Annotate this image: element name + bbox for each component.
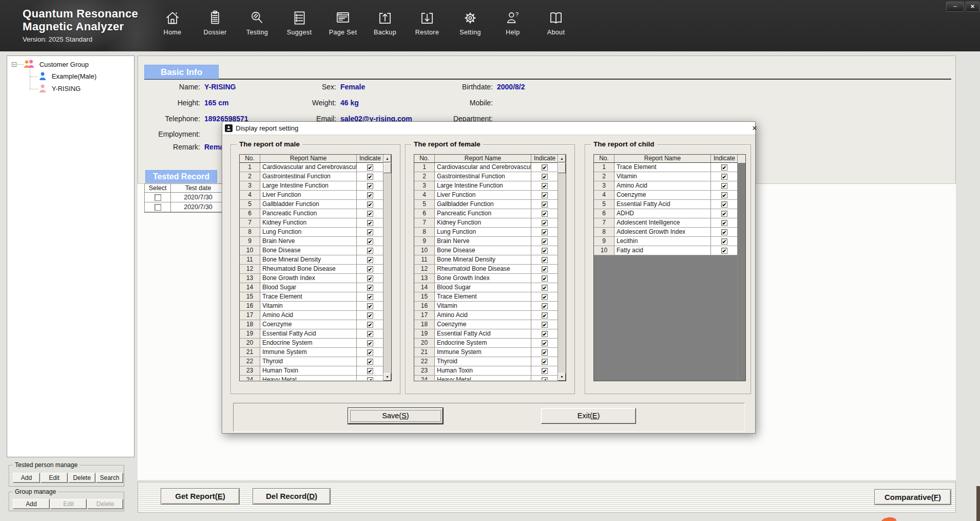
indicate-checkbox[interactable]: ✔ bbox=[542, 257, 548, 263]
indicate-checkbox[interactable]: ✔ bbox=[721, 220, 727, 226]
report-row[interactable]: 15 Trace Element ✔ bbox=[414, 292, 558, 302]
indicate-checkbox[interactable]: ✔ bbox=[367, 275, 373, 282]
indicate-checkbox[interactable]: ✔ bbox=[542, 248, 548, 254]
indicate-checkbox[interactable]: ✔ bbox=[367, 201, 373, 208]
indicate-checkbox[interactable]: ✔ bbox=[367, 377, 373, 381]
report-row[interactable]: 11 Bone Mineral Density ✔ bbox=[414, 255, 558, 265]
indicate-checkbox[interactable]: ✔ bbox=[542, 377, 548, 381]
report-row[interactable]: 23 Human Toxin ✔ bbox=[414, 366, 558, 376]
vertical-scrollbar[interactable]: ▲ ▼ bbox=[558, 155, 566, 381]
indicate-checkbox[interactable]: ✔ bbox=[367, 312, 373, 319]
report-row[interactable]: 6 Pancreatic Function ✔ bbox=[240, 209, 383, 218]
indicate-checkbox[interactable]: ✔ bbox=[542, 238, 548, 245]
indicate-checkbox[interactable]: ✔ bbox=[721, 238, 727, 245]
report-row[interactable]: 18 Coenzyme ✔ bbox=[240, 320, 383, 329]
indicate-checkbox[interactable]: ✔ bbox=[367, 303, 373, 309]
person-add-button[interactable]: Add bbox=[13, 473, 40, 483]
minimize-button[interactable]: ─ bbox=[946, 2, 964, 12]
select-checkbox[interactable] bbox=[155, 204, 161, 211]
toolbar-item-dossier[interactable]: Dossier bbox=[194, 9, 236, 47]
indicate-checkbox[interactable]: ✔ bbox=[721, 211, 727, 217]
report-row[interactable]: 3 Large Intestine Function ✔ bbox=[414, 181, 558, 191]
select-checkbox[interactable] bbox=[155, 194, 161, 201]
indicate-checkbox[interactable]: ✔ bbox=[542, 349, 548, 356]
indicate-checkbox[interactable]: ✔ bbox=[542, 229, 548, 235]
report-row[interactable]: 22 Thyroid ✔ bbox=[240, 357, 383, 366]
report-row[interactable]: 12 Rheumatoid Bone Disease ✔ bbox=[414, 265, 558, 274]
indicate-checkbox[interactable]: ✔ bbox=[542, 322, 548, 328]
report-row[interactable]: 1 Trace Element ✔ bbox=[594, 163, 738, 172]
report-row[interactable]: 16 Vitamin ✔ bbox=[240, 302, 383, 311]
report-row[interactable]: 6 Pancreatic Function ✔ bbox=[414, 209, 558, 218]
indicate-checkbox[interactable]: ✔ bbox=[542, 340, 548, 346]
report-row[interactable]: 24 Heavy Metal ✔ bbox=[240, 376, 383, 380]
report-row[interactable]: 13 Bone Growth Index ✔ bbox=[240, 274, 383, 283]
indicate-checkbox[interactable]: ✔ bbox=[367, 238, 373, 245]
report-row[interactable]: 21 Immune System ✔ bbox=[414, 348, 558, 357]
indicate-checkbox[interactable]: ✔ bbox=[542, 285, 548, 291]
indicate-checkbox[interactable]: ✔ bbox=[367, 211, 373, 217]
indicate-checkbox[interactable]: ✔ bbox=[721, 229, 727, 235]
scroll-down-icon[interactable]: ▼ bbox=[383, 373, 391, 381]
group-edit-button[interactable]: Edit bbox=[50, 499, 87, 509]
indicate-checkbox[interactable]: ✔ bbox=[542, 359, 548, 365]
report-row[interactable]: 16 Vitamin ✔ bbox=[414, 302, 558, 311]
report-row[interactable]: 10 Bone Disease ✔ bbox=[240, 246, 383, 255]
report-row[interactable]: 8 Lung Function ✔ bbox=[414, 228, 558, 237]
scrollbar-thumb[interactable] bbox=[383, 163, 391, 173]
report-row[interactable]: 10 Bone Disease ✔ bbox=[414, 246, 558, 255]
indicate-checkbox[interactable]: ✔ bbox=[367, 294, 373, 300]
report-row[interactable]: 1 Cardiovascular and Cerebrovascular ✔ bbox=[240, 163, 383, 172]
scrollbar-thumb[interactable] bbox=[558, 163, 566, 173]
report-row[interactable]: 1 Cardiovascular and Cerebrovascular ✔ bbox=[414, 163, 558, 172]
dialog-close-icon[interactable]: ✕ bbox=[750, 124, 759, 133]
toolbar-item-setting[interactable]: Setting bbox=[449, 9, 491, 47]
report-row[interactable]: 5 Gallbladder Function ✔ bbox=[414, 200, 558, 209]
scroll-up-icon[interactable]: ▲ bbox=[383, 155, 391, 162]
toolbar-item-testing[interactable]: Testing bbox=[236, 9, 278, 47]
indicate-checkbox[interactable]: ✔ bbox=[367, 192, 373, 198]
report-row[interactable]: 3 Amino Acid ✔ bbox=[594, 181, 738, 191]
report-row[interactable]: 9 Lecithin ✔ bbox=[594, 237, 738, 246]
toolbar-item-restore[interactable]: Restore bbox=[406, 9, 448, 47]
indicate-checkbox[interactable]: ✔ bbox=[367, 164, 373, 171]
indicate-checkbox[interactable]: ✔ bbox=[721, 201, 727, 208]
indicate-checkbox[interactable]: ✔ bbox=[721, 174, 727, 180]
report-row[interactable]: 6 ADHD ✔ bbox=[594, 209, 738, 218]
indicate-checkbox[interactable]: ✔ bbox=[367, 220, 373, 226]
save-button[interactable]: Save(S) bbox=[348, 408, 443, 424]
report-row[interactable]: 18 Coenzyme ✔ bbox=[414, 320, 558, 329]
indicate-checkbox[interactable]: ✔ bbox=[542, 220, 548, 226]
toolbar-item-help[interactable]: ? Help bbox=[492, 9, 534, 47]
indicate-checkbox[interactable]: ✔ bbox=[542, 312, 548, 319]
indicate-checkbox[interactable]: ✔ bbox=[367, 266, 373, 272]
report-row[interactable]: 2 Vitamin ✔ bbox=[594, 172, 738, 181]
indicate-checkbox[interactable]: ✔ bbox=[542, 275, 548, 282]
tree-node-example-male[interactable]: Example(Male) bbox=[39, 72, 97, 81]
report-row[interactable]: 20 Endocrine System ✔ bbox=[414, 339, 558, 348]
indicate-checkbox[interactable]: ✔ bbox=[542, 211, 548, 217]
report-row[interactable]: 10 Fatty acid ✔ bbox=[594, 246, 738, 255]
report-row[interactable]: 19 Essential Fatty Acid ✔ bbox=[240, 329, 383, 339]
tree-node-customer-group[interactable]: Customer Group bbox=[24, 60, 89, 69]
del-record-button[interactable]: Del Record(D) bbox=[253, 488, 331, 505]
report-row[interactable]: 17 Amino Acid ✔ bbox=[414, 311, 558, 320]
toolbar-item-home[interactable]: Home bbox=[151, 9, 194, 47]
indicate-checkbox[interactable]: ✔ bbox=[542, 164, 548, 171]
report-row[interactable]: 14 Blood Sugar ✔ bbox=[240, 283, 383, 292]
indicate-checkbox[interactable]: ✔ bbox=[367, 331, 373, 337]
tested-record-row[interactable]: 2020/7/30 bbox=[145, 202, 225, 212]
person-search-button[interactable]: Search bbox=[96, 473, 123, 483]
report-row[interactable]: 14 Blood Sugar ✔ bbox=[414, 283, 558, 292]
report-row[interactable]: 12 Rheumatoid Bone Disease ✔ bbox=[240, 265, 383, 274]
report-row[interactable]: 20 Endocrine System ✔ bbox=[240, 339, 383, 348]
vertical-scrollbar[interactable]: ▲ ▼ bbox=[383, 155, 391, 381]
indicate-checkbox[interactable]: ✔ bbox=[542, 183, 548, 189]
report-row[interactable]: 2 Gastrointestinal Function ✔ bbox=[240, 172, 383, 181]
get-report-button[interactable]: Get Report(E) bbox=[161, 488, 240, 505]
indicate-checkbox[interactable]: ✔ bbox=[367, 340, 373, 346]
report-row[interactable]: 17 Amino Acid ✔ bbox=[240, 311, 383, 320]
scroll-down-icon[interactable]: ▼ bbox=[558, 373, 566, 381]
report-row[interactable]: 13 Bone Growth Index ✔ bbox=[414, 274, 558, 283]
indicate-checkbox[interactable]: ✔ bbox=[721, 164, 727, 171]
